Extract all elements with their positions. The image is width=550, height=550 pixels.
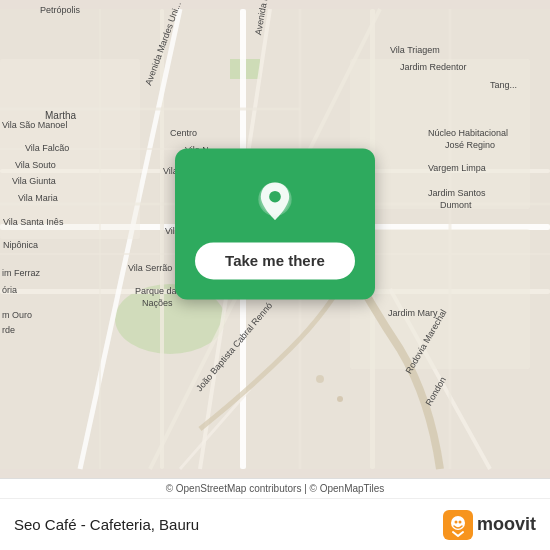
location-pin-icon [250, 178, 300, 228]
footer: Seo Café - Cafeteria, Bauru moovit [0, 498, 550, 550]
svg-point-33 [458, 520, 461, 523]
svg-rect-24 [350, 229, 530, 369]
attribution-text: © OpenStreetMap contributors | © OpenMap… [166, 483, 385, 494]
svg-point-32 [454, 520, 457, 523]
moovit-icon [443, 510, 473, 540]
take-me-there-card: Take me there [175, 148, 375, 299]
map-container[interactable]: Petrópolis Martha Vila São Manoel Vila F… [0, 0, 550, 478]
app: Petrópolis Martha Vila São Manoel Vila F… [0, 0, 550, 550]
moovit-logo: moovit [443, 510, 536, 540]
svg-point-25 [316, 375, 324, 383]
svg-point-29 [269, 191, 281, 203]
svg-rect-23 [0, 59, 140, 239]
take-me-there-button[interactable]: Take me there [195, 242, 355, 279]
attribution-bar: © OpenStreetMap contributors | © OpenMap… [0, 478, 550, 498]
moovit-text: moovit [477, 514, 536, 535]
svg-rect-22 [350, 59, 530, 209]
footer-title: Seo Café - Cafeteria, Bauru [14, 516, 199, 533]
svg-point-26 [337, 396, 343, 402]
